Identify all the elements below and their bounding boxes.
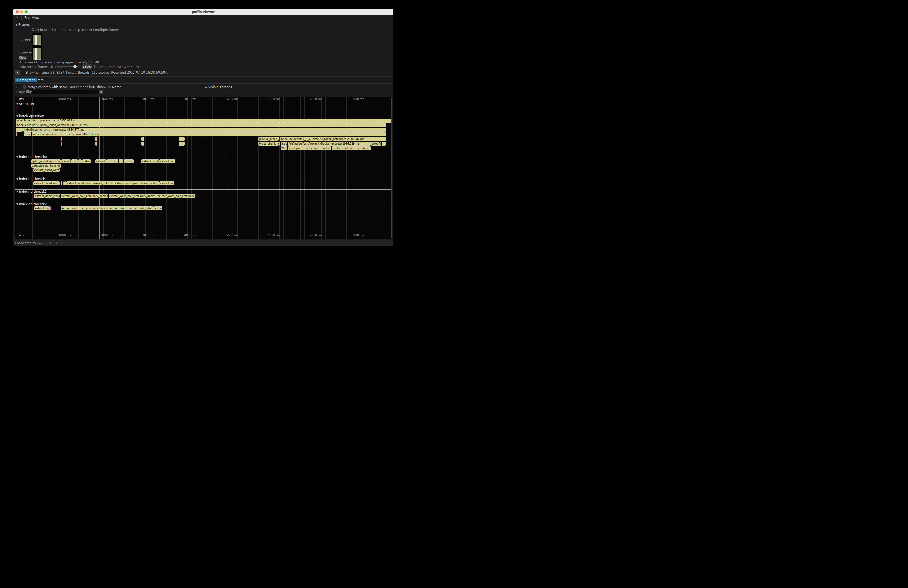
gridline-minor [317,97,317,239]
slowest-frames-thumbnail[interactable] [32,47,42,60]
gridline-minor [288,97,288,239]
scope-bar[interactable]: extract_ [107,159,118,163]
theme-toggle-icon[interactable]: ☀ [16,16,18,19]
frame-bar[interactable] [37,35,39,45]
scope-bar[interactable]: extract_word_pair_proximity_docids [61,194,108,198]
gridline-major [141,97,142,239]
scope-bar[interactable] [63,182,64,185]
frame-bar[interactable] [33,35,35,45]
scope-bar[interactable] [179,137,185,141]
scope-bar[interactable]: extract [61,159,71,163]
tab-stats[interactable]: Stats [34,78,45,82]
scope-bar[interactable]: extract_word [141,159,159,163]
thread-header-indexing-thread:3[interactable]: ▼indexing-thread:3 [16,190,47,193]
sort-time-label: Time [97,85,104,89]
scope-bar[interactable]: extract_word_pair_proximity_docids::extr… [109,194,195,198]
sort-direction-icon[interactable]: ↓ [104,85,106,88]
sort-threads-label: Sort threads by: [69,85,94,89]
scope-bar[interactable]: IndexDocuments<_, _>::execute_raw 8459.1… [32,132,386,136]
max-frames-slider-knob[interactable] [73,65,77,68]
scope-bar[interactable] [95,137,97,141]
scope-bar[interactable] [16,132,17,136]
thread-header-scheduler[interactable]: ▼scheduler [16,102,34,106]
merge-children-checkbox[interactable] [23,85,26,88]
frame-bar[interactable] [39,48,41,59]
sort-time-radio[interactable] [92,85,95,88]
scope-bar[interactable]: extract_word_pair_proximity_docids::extr… [61,206,154,210]
thread-header-indexing-thread:2[interactable]: ▼indexing-thread:2 [16,202,47,206]
scope-bar[interactable] [78,159,82,163]
scope-bar[interactable]: prefix_word::index_prefix_wo [332,146,371,150]
scope-bar[interactable]: extract_docid_word [34,194,60,198]
visible-threads-toggle[interactable]: ▶ Visible Threads [206,85,232,89]
scope-bar[interactable] [382,142,386,146]
scope-bar[interactable]: extract_word_pair_proximity_docids::extr… [66,182,159,185]
scope-bar[interactable] [95,142,97,146]
thread-header-batch-operation[interactable]: ▼batch-operation [16,114,44,118]
thread-header-indexing-thread:0[interactable]: ▼indexing-thread:0 [16,155,47,159]
scope-bar[interactable]: extrac [154,206,163,210]
scope-bar[interactable]: extrac [82,159,91,163]
scope-bar[interactable]: extract_wo [159,159,175,163]
scope-bar[interactable]: word_prefix::index_word_prefix_ [288,146,332,150]
scope-bar[interactable]: WordPr [371,142,381,146]
scope-bar[interactable]: PrefixWordPairsProximityDocids::execute … [288,142,371,146]
scope-bar[interactable]: extract_wo [159,182,174,185]
scope-bar[interactable]: Word [281,146,287,150]
play-button[interactable]: ▶ [15,70,21,75]
scope-bar[interactable] [16,128,23,132]
scope-bar[interactable] [66,137,66,141]
clear-button[interactable]: Clear [19,56,27,59]
gridline-minor [346,97,347,239]
scope-bar[interactable]: extract_ [95,159,106,163]
menu-file[interactable]: File [24,16,29,19]
frame-bar[interactable] [33,48,35,59]
max-frames-slider-tail[interactable] [77,66,80,67]
scope-bar[interactable]: extract_doc [34,206,50,210]
scope-bar[interactable]: index [281,142,287,146]
frame-bar[interactable] [37,48,39,59]
scope-bar[interactable]: receive_typed_ [258,137,279,141]
scope-bar[interactable]: Trans [24,132,31,136]
scope-bar[interactable] [61,137,62,141]
scope-bar[interactable]: IndexScheduler>::process_batch 8953.821 … [16,119,391,122]
scope-bar[interactable] [66,142,66,146]
scope-bar[interactable] [16,106,16,111]
gridline-minor [325,97,326,239]
max-frames-value[interactable]: 18000 [82,64,92,69]
scope-bar[interactable] [142,142,144,146]
thread-header-indexing-thread:1[interactable]: ▼indexing-thread:1 [16,177,47,181]
scope-bar[interactable]: extract [124,159,134,163]
scope-bar[interactable]: extract::data_from_ob [31,164,61,168]
scope-bar[interactable] [179,142,185,146]
scope-bar[interactable]: IndexDocuments<_, _>::execute_prefix_dat… [280,137,386,141]
scope-bar[interactable]: IndexScheduler>::apply_index_operation 8… [16,123,386,127]
scope-bar[interactable] [61,142,62,146]
scope-bar[interactable]: extract_docid_word [34,182,60,185]
flamegraph-canvas[interactable]: 0 ms0 ms1000 ms1000 ms2000 ms2000 ms3000… [15,96,391,239]
help-button[interactable]: ? [16,85,17,89]
scope-bar[interactable] [61,182,63,185]
scope-bar[interactable]: typed_chunk::w [258,142,279,146]
section-separator [15,114,391,114]
scope-bar[interactable]: split_grenad_by_chun [31,159,61,163]
divider [20,85,21,89]
scope-bar[interactable] [119,159,123,163]
recent-frames-thumbnail[interactable] [32,33,42,47]
scope-bar[interactable] [279,142,280,146]
scope-bar[interactable]: IndexDocuments<_, _>::execute 8656.677 m… [23,128,386,132]
scope-bar[interactable] [50,206,51,210]
frame-bar-selected[interactable] [35,48,37,59]
scope-filter-input[interactable] [32,90,99,94]
frames-section-header[interactable]: ▼ Frames [16,23,29,26]
frame-bar[interactable] [39,35,41,45]
sort-name-radio[interactable] [108,85,111,88]
scope-bar[interactable]: extract_docid_word [34,168,60,172]
scope-bar[interactable] [142,137,144,141]
frame-bar-selected[interactable] [35,35,37,45]
scope-bar[interactable] [64,182,66,185]
clear-filter-button[interactable]: x [99,90,103,94]
scope-bar[interactable]: extra [71,159,78,163]
gridline-minor [78,97,79,239]
menu-view[interactable]: View [32,16,39,19]
